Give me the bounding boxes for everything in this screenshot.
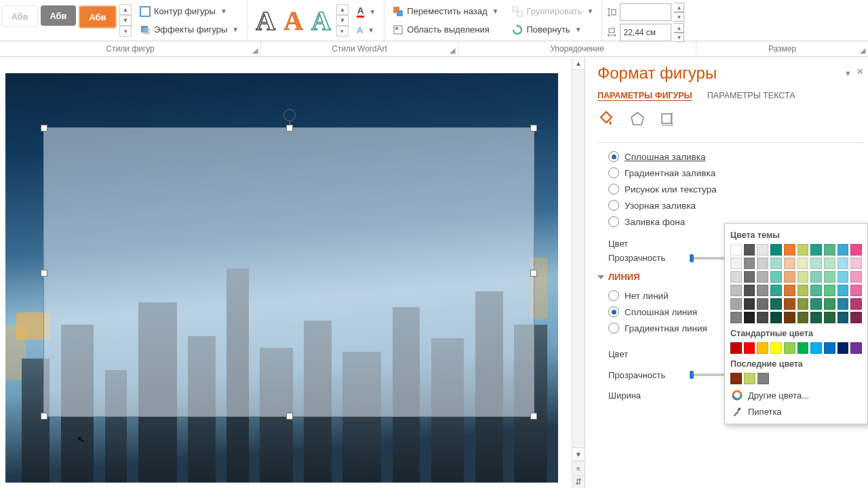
- color-swatch[interactable]: [744, 298, 755, 310]
- color-swatch[interactable]: [797, 271, 809, 283]
- resize-handle-bm[interactable]: [286, 413, 293, 420]
- color-swatch[interactable]: [850, 244, 862, 256]
- color-swatch[interactable]: [837, 258, 849, 269]
- pane-options-dropdown[interactable]: ▼: [844, 69, 852, 77]
- color-swatch[interactable]: [797, 312, 809, 323]
- send-backward-button[interactable]: Переместить назад▼: [389, 5, 502, 18]
- color-swatch[interactable]: [810, 258, 822, 269]
- color-swatch[interactable]: [757, 342, 768, 354]
- shape-style-sample-2[interactable]: Абв: [41, 5, 76, 26]
- color-swatch[interactable]: [784, 271, 795, 283]
- shape-style-more[interactable]: ▾: [119, 26, 132, 37]
- width-up[interactable]: ▲: [674, 23, 684, 33]
- color-swatch[interactable]: [770, 285, 782, 296]
- eyedropper-button[interactable]: Пипетка: [730, 403, 862, 420]
- more-colors-button[interactable]: Другие цвета...: [730, 387, 862, 403]
- color-swatch[interactable]: [757, 298, 768, 310]
- color-swatch[interactable]: [730, 373, 742, 384]
- color-swatch[interactable]: [744, 373, 755, 384]
- color-swatch[interactable]: [850, 342, 862, 354]
- color-swatch[interactable]: [824, 271, 835, 283]
- color-swatch[interactable]: [770, 244, 782, 256]
- color-swatch[interactable]: [757, 271, 768, 283]
- scroll-up-arrow[interactable]: ▲: [572, 57, 585, 70]
- rotate-button[interactable]: Повернуть▼: [508, 23, 597, 37]
- color-swatch[interactable]: [744, 285, 755, 296]
- shape-effects-button[interactable]: Эффекты фигуры ▼: [136, 23, 243, 37]
- fill-gradient-radio[interactable]: Градиентная заливка: [608, 165, 868, 181]
- slide-nav-menu[interactable]: ⇵: [572, 475, 585, 488]
- width-down[interactable]: ▼: [674, 33, 684, 42]
- fill-picture-radio[interactable]: Рисунок или текстура: [608, 181, 868, 197]
- color-swatch[interactable]: [850, 298, 862, 310]
- color-swatch[interactable]: [770, 298, 782, 310]
- color-swatch[interactable]: [730, 285, 742, 296]
- color-swatch[interactable]: [837, 285, 849, 296]
- color-swatch[interactable]: [810, 244, 822, 256]
- wordart-launcher[interactable]: ◢: [450, 46, 455, 55]
- color-swatch[interactable]: [824, 244, 835, 256]
- height-input[interactable]: [620, 3, 671, 21]
- color-swatch[interactable]: [757, 373, 769, 384]
- wordart-more[interactable]: ▾: [336, 26, 349, 37]
- size-properties-tab-icon[interactable]: [660, 110, 677, 127]
- color-swatch[interactable]: [770, 342, 782, 354]
- color-swatch[interactable]: [784, 312, 795, 323]
- selection-pane-button[interactable]: Область выделения: [389, 23, 502, 37]
- color-swatch[interactable]: [850, 312, 862, 323]
- color-swatch[interactable]: [810, 271, 822, 283]
- text-fill-button[interactable]: A▼: [353, 4, 380, 19]
- color-swatch[interactable]: [797, 342, 809, 354]
- effects-tab-icon[interactable]: [629, 110, 646, 127]
- color-swatch[interactable]: [810, 298, 822, 310]
- color-swatch[interactable]: [784, 244, 795, 256]
- vertical-scrollbar[interactable]: ▲ ▼ ≡ ⇵: [572, 57, 585, 488]
- fill-pattern-radio[interactable]: Узорная заливка: [608, 197, 868, 214]
- color-swatch[interactable]: [810, 312, 822, 323]
- tab-shape-options[interactable]: ПАРАМЕТРЫ ФИГУРЫ: [597, 91, 692, 100]
- resize-handle-mr[interactable]: [530, 270, 537, 277]
- color-swatch[interactable]: [797, 285, 809, 296]
- color-swatch[interactable]: [850, 258, 862, 269]
- width-input[interactable]: 22,44 см: [620, 24, 671, 41]
- shape-style-scroll-down[interactable]: ▼: [119, 15, 132, 26]
- text-effects-button[interactable]: A▼: [353, 24, 380, 37]
- wordart-sample-3[interactable]: A: [311, 5, 331, 37]
- color-swatch[interactable]: [744, 271, 755, 283]
- color-swatch[interactable]: [770, 258, 782, 269]
- next-slide-nav[interactable]: ≡: [572, 462, 585, 474]
- color-swatch[interactable]: [837, 342, 849, 354]
- color-swatch[interactable]: [797, 258, 809, 269]
- resize-handle-tm[interactable]: [286, 125, 293, 131]
- color-swatch[interactable]: [784, 342, 795, 354]
- selected-shape[interactable]: ↖: [43, 127, 534, 417]
- shape-styles-launcher[interactable]: ◢: [252, 46, 258, 55]
- color-swatch[interactable]: [744, 342, 755, 354]
- color-swatch[interactable]: [770, 271, 782, 283]
- color-swatch[interactable]: [837, 312, 849, 323]
- color-swatch[interactable]: [730, 271, 742, 283]
- color-swatch[interactable]: [797, 298, 809, 310]
- color-swatch[interactable]: [730, 258, 742, 269]
- resize-handle-br[interactable]: [530, 413, 537, 420]
- color-swatch[interactable]: [757, 285, 768, 296]
- color-swatch[interactable]: [824, 312, 835, 323]
- color-swatch[interactable]: [824, 285, 835, 296]
- color-swatch[interactable]: [824, 258, 835, 269]
- color-swatch[interactable]: [770, 312, 782, 323]
- height-down[interactable]: ▼: [674, 12, 684, 22]
- color-swatch[interactable]: [730, 312, 742, 323]
- scroll-down-arrow[interactable]: ▼: [572, 447, 585, 461]
- color-swatch[interactable]: [730, 342, 742, 354]
- resize-handle-bl[interactable]: [41, 413, 47, 420]
- size-launcher[interactable]: ◢: [860, 46, 865, 55]
- height-up[interactable]: ▲: [674, 3, 684, 12]
- resize-handle-ml[interactable]: [41, 270, 47, 277]
- wordart-scroll-down[interactable]: ▼: [336, 15, 349, 26]
- color-swatch[interactable]: [797, 244, 809, 256]
- rotate-handle[interactable]: [283, 109, 296, 121]
- color-swatch[interactable]: [850, 271, 862, 283]
- color-swatch[interactable]: [810, 285, 822, 296]
- wordart-scroll-up[interactable]: ▲: [336, 4, 349, 15]
- wordart-sample-1[interactable]: A: [256, 5, 275, 37]
